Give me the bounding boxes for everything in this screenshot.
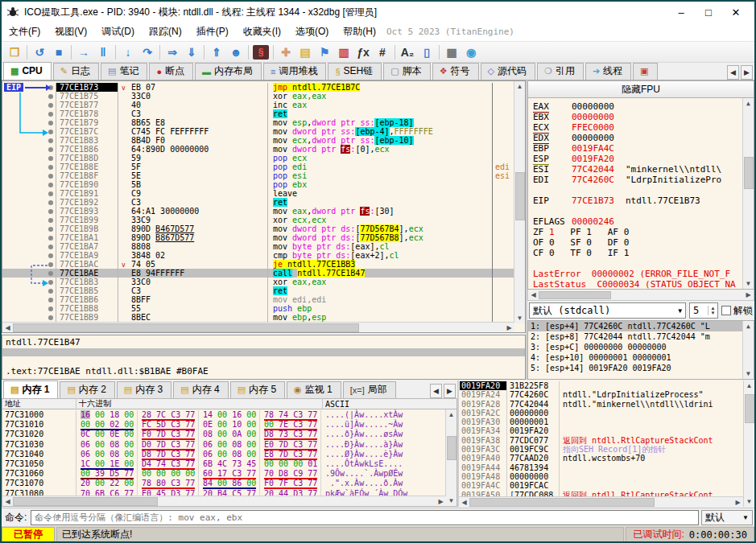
disasm-row[interactable]: 77CE1B9B890D B467D577mov dword ptr ds:[7…: [2, 224, 514, 233]
disasm-row[interactable]: 77CE1BACv74 05je ntdll.77CE1BB3: [2, 260, 514, 269]
arg-depth-spinner[interactable]: 5 ▲▼: [689, 302, 718, 319]
tab-dump-4[interactable]: ▤内存 4: [173, 381, 228, 398]
dump-row[interactable]: 77C3103006 00 08 00D0 7D C3 7706 00 08 0…: [2, 440, 444, 450]
scroll-down-icon[interactable]: ▼: [744, 496, 754, 507]
unlock-checkbox[interactable]: 解锁: [721, 304, 753, 318]
disasm-row[interactable]: 77CE1BB68BFFmov edi,edi: [2, 295, 514, 304]
disasm-row[interactable]: 77CE1BA93848 02cmp byte ptr ds:[eax+2],c…: [2, 251, 514, 260]
step-out-icon[interactable]: ⇑: [207, 43, 226, 61]
stack-row[interactable]: 0019FA4446781394: [460, 463, 743, 472]
argument-row[interactable]: 1: [esp+4] 77C4260C ntdll.77C4260C "L: [528, 321, 754, 331]
stack-row[interactable]: 0019FA2877C42044ntdll."minkernel\\ntdll\…: [460, 400, 743, 409]
scylla-icon[interactable]: ▯: [417, 43, 436, 61]
scroll-up-icon[interactable]: ▲: [446, 409, 456, 420]
disasm-row[interactable]: 77CE1BA1890D B867D577mov dword ptr ds:[7…: [2, 233, 514, 242]
tab-scroll-left-icon[interactable]: ◀: [727, 65, 739, 80]
tab-dump-5[interactable]: ▤内存 5: [230, 381, 285, 398]
disasm-row[interactable]: 77CE1BA78808mov byte ptr ds:[eax],cl: [2, 242, 514, 251]
open-file-icon[interactable]: ❐: [5, 43, 24, 61]
stack-row[interactable]: 0019FA2C00000000: [460, 409, 743, 418]
disasm-row[interactable]: 77CE1B798B65 E8mov esp,dword ptr ss:[ebp…: [2, 118, 514, 127]
tab-watch-1[interactable]: ◉监视 1: [287, 381, 341, 398]
dump-row[interactable]: 77C3106000 39 D5 7700 00 00 0060 17 C3 7…: [2, 469, 444, 479]
argument-row[interactable]: 4: [esp+10] 00000001 00000001: [528, 352, 754, 363]
disasm-row[interactable]: 77CE1BB98BECmov ebp,esp: [2, 313, 514, 322]
scroll-down-icon[interactable]: ▼: [743, 278, 754, 289]
minimize-button[interactable]: –: [667, 3, 695, 21]
stack-vscrollbar[interactable]: ▲ ▼: [743, 381, 754, 507]
menu-item-2[interactable]: 调试(D): [94, 23, 142, 39]
close-button[interactable]: ✕: [722, 3, 750, 21]
disassembly-pane[interactable]: 77CE1B73vEB 07jmp ntdll.77CE1B7C77CE1B75…: [2, 80, 526, 333]
registers-hscrollbar[interactable]: ◀ ▶: [527, 290, 754, 301]
stack-row[interactable]: 0019FA3877CDC077返回到 ntdll.RtlCaptureStac…: [460, 436, 743, 445]
disasm-row[interactable]: 77CE1B8F5Epop esiesi: [2, 171, 514, 180]
stack-row[interactable]: 0019FA4077CAAD20ntdll.wcstombs+70: [460, 454, 743, 463]
disasm-row[interactable]: 77CE1B9364:A1 30000000mov eax,dword ptr …: [2, 207, 514, 216]
dump-row[interactable]: 77C310200C 00 0E 00F0 7D C3 7708 00 0A 0…: [2, 430, 444, 439]
stop-icon[interactable]: ■: [49, 43, 68, 61]
scroll-left-icon[interactable]: ◀: [459, 497, 469, 508]
stack-row[interactable]: 0019FA2031B225F8: [460, 381, 743, 390]
scroll-down-icon[interactable]: ▼: [514, 313, 525, 323]
disasm-row[interactable]: 77CE1B78C3ret: [2, 109, 514, 118]
disasm-row[interactable]: 77CE1B91C9leave: [2, 189, 514, 198]
goto-icon[interactable]: #: [373, 43, 392, 61]
dump-row[interactable]: 77C3100016 00 18 0028 7C C3 7714 00 16 0…: [2, 410, 444, 420]
run-to-selection-icon[interactable]: ⇒: [163, 43, 182, 61]
assemble-fx-icon[interactable]: ƒx: [353, 43, 373, 61]
scroll-left-icon[interactable]: ◀: [2, 323, 13, 333]
disasm-row[interactable]: 77CE1B7CC745 FC FEFFFFFFmov dword ptr ss…: [2, 127, 514, 136]
maximize-button[interactable]: □: [695, 3, 722, 21]
disasm-row[interactable]: 77CE1B7740inc eax: [2, 101, 514, 109]
menu-item-6[interactable]: 选项(O): [288, 23, 336, 39]
tab-dump-2[interactable]: ▤内存 2: [60, 381, 114, 398]
disasm-row[interactable]: 77CE1B73vEB 07jmp ntdll.77CE1B7C: [2, 83, 514, 92]
args-vscrollbar[interactable]: ▲ ▼: [742, 321, 754, 379]
disasm-row[interactable]: 77CE1B905Bpop ebx: [2, 180, 514, 189]
menu-item-1[interactable]: 视图(V): [48, 23, 94, 39]
disasm-hscrollbar[interactable]: ◀ ▶: [2, 322, 514, 332]
dump-row[interactable]: 77C3101000 00 02 00FC 5D C3 770E 00 10 0…: [2, 420, 444, 430]
tab-seh[interactable]: §SEH链: [328, 63, 382, 80]
stack-row[interactable]: 0019FA2477C4260Cntdll."LdrpInitializePro…: [460, 390, 743, 399]
tab-cpu[interactable]: ▦CPU: [3, 62, 52, 80]
tab-threads[interactable]: ➔线程: [585, 63, 631, 80]
calling-convention-select[interactable]: 默认 (stdcall)▼: [529, 302, 686, 319]
tab-log[interactable]: ✎日志: [53, 63, 99, 80]
tab-scroll-right-icon[interactable]: ▶: [741, 65, 753, 80]
dump-hscrollbar[interactable]: ◀ ▶: [2, 496, 446, 506]
scroll-right-icon[interactable]: ▶: [743, 290, 754, 300]
argument-row[interactable]: 2: [esp+8] 77C42044 ntdll.77C42044 "m: [528, 331, 754, 342]
scroll-up-icon[interactable]: ▲: [743, 321, 754, 331]
scroll-left-icon[interactable]: ◀: [2, 496, 13, 507]
tab-notes[interactable]: ▤笔记: [101, 63, 147, 80]
menu-item-3[interactable]: 跟踪(N): [142, 23, 189, 39]
disasm-row[interactable]: 77CE1B8664:890D 00000000mov dword ptr fs…: [2, 145, 514, 154]
tab-script[interactable]: ▢脚本: [383, 63, 430, 80]
tab-symbols[interactable]: ❖符号: [432, 63, 479, 80]
tab-locals[interactable]: [x=]局部: [343, 381, 396, 398]
bookmarks-icon[interactable]: ▥: [334, 43, 353, 61]
disasm-row[interactable]: 77CE1BB855push ebp: [2, 304, 514, 313]
menu-item-7[interactable]: 帮助(H): [336, 23, 383, 39]
dump-vscrollbar[interactable]: ▲ ▼: [445, 409, 456, 506]
scroll-right-icon[interactable]: ▶: [733, 497, 743, 508]
disasm-row[interactable]: 77CE1B8E5Fpop ediedi: [2, 162, 514, 171]
pause-icon[interactable]: ‖: [93, 43, 113, 61]
labels-icon[interactable]: ⚑: [315, 43, 334, 61]
step-into-icon[interactable]: ↓: [118, 43, 138, 61]
internet-icon[interactable]: ◉: [461, 43, 481, 61]
registers-vscrollbar[interactable]: ▲ ▼: [742, 98, 754, 289]
dump-body[interactable]: 77C3100016 00 18 0028 7C C3 7714 00 16 0…: [2, 409, 457, 507]
stack-hscrollbar[interactable]: ◀ ▶: [459, 496, 743, 507]
tab-dump-1[interactable]: ▤内存 1: [3, 381, 58, 398]
hide-fpu-button[interactable]: 隐藏FPU: [527, 80, 754, 98]
stack-pane[interactable]: 0019FA2031B225F80019FA2477C4260Cntdll."L…: [457, 381, 754, 507]
disasm-vscrollbar[interactable]: ▲ ▼: [514, 81, 525, 323]
dump-tab-scroll-left-icon[interactable]: ◀: [430, 384, 442, 398]
scroll-down-icon[interactable]: ▼: [446, 496, 456, 506]
disasm-row[interactable]: 77CE1B7533C0xor eax,eax: [2, 92, 514, 101]
tab-handles[interactable]: ▣: [633, 63, 657, 80]
patches-icon[interactable]: ✚: [276, 43, 295, 61]
